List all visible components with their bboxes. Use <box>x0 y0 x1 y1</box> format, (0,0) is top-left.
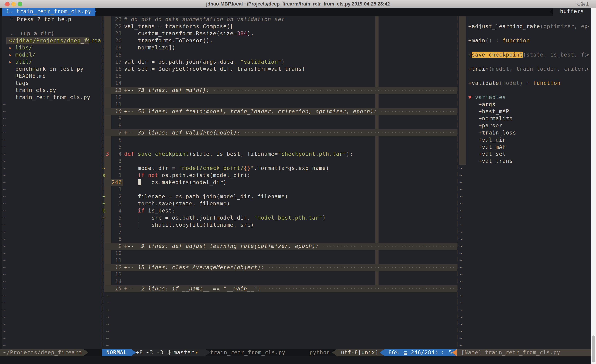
code-line[interactable]: 11 <box>102 257 457 264</box>
scrollbar-thumb[interactable] <box>592 335 595 362</box>
nerdtree-dir-libs[interactable]: ▸libs/ <box>2 44 102 51</box>
line-number[interactable]: 16 <box>104 66 122 73</box>
code-line[interactable]: 15 <box>102 73 457 80</box>
line-number[interactable]: 3 <box>104 200 122 207</box>
code-line[interactable]: 20 transforms.ToTensor(), <box>102 37 457 44</box>
nerdtree-file-train_retr_from_cls[interactable]: train_retr_from_cls.py <box>2 94 102 101</box>
code-line[interactable]: 1a if not os.path.exists(model_dir): <box>102 172 457 179</box>
scrollbar-track[interactable] <box>591 8 596 364</box>
line-number[interactable]: 4 <box>104 207 122 214</box>
code-line[interactable]: 23# do not do data augmentation on valid… <box>102 16 457 23</box>
nerdtree-file-readme[interactable]: README.md <box>2 73 102 80</box>
nerdtree-file-tags[interactable]: tags <box>2 80 102 87</box>
chevron-right-icon[interactable]: ▸ <box>9 51 12 58</box>
tag-scope-variables[interactable]: ▼ variables <box>459 94 589 101</box>
line-number[interactable]: 12 <box>104 94 122 101</box>
nerdtree-file-benchmark_on_test[interactable]: benchmark_on_test.py <box>2 66 102 73</box>
tag-var-train_loss[interactable]: +train_loss <box>459 129 589 136</box>
nerdtree-help[interactable]: " Press ? for help <box>2 16 102 23</box>
line-number[interactable]: 10 <box>104 250 122 257</box>
line-number[interactable]: 11 <box>104 257 122 264</box>
titlebar[interactable]: jdhao-MBP.local ~/Projects/deep_firearm/… <box>0 0 596 8</box>
code-line[interactable]: 7 <box>102 228 457 235</box>
line-number[interactable]: 17 <box>104 58 122 66</box>
code-line[interactable]: 4b if is_best: <box>102 207 457 214</box>
line-number[interactable]: 5 <box>104 214 122 221</box>
nerdtree-root[interactable]: </jdhao/Projects/deep_firear> <box>2 37 102 44</box>
line-number[interactable]: 246 <box>104 179 122 186</box>
line-number[interactable]: 1 <box>104 186 122 193</box>
buffers-label[interactable]: buffers <box>553 8 591 16</box>
code-line[interactable]: 10 <box>102 250 457 257</box>
folded-code-line[interactable]: 12+-- 15 lines: class AverageMeter(objec… <box>104 264 457 271</box>
tag-var-val_trans[interactable]: +val_trans <box>459 158 589 165</box>
tag-main[interactable]: +main() : function <box>459 37 589 44</box>
tag-validate[interactable]: +validate(model) : function <box>459 80 589 87</box>
line-number[interactable]: 3 <box>104 158 122 165</box>
code-line[interactable]: 16val_set = QuerySet(root=val_dir, trans… <box>102 66 457 73</box>
nerdtree-dir-model[interactable]: ▸model/ <box>2 51 102 58</box>
tag-train[interactable]: +train(model, train_loader, criterio> <box>459 66 589 73</box>
tab-train_retr_from_cls[interactable]: 1. train_retr_from_cls.py <box>2 8 96 16</box>
folded-code-line[interactable]: 15+-- 2 lines: if __name__ == "__main__"… <box>104 285 457 292</box>
tag-adjust_learning_rate[interactable]: +adjust_learning_rate(optimizer, epo> <box>459 23 589 30</box>
line-number[interactable]: 8 <box>104 122 122 129</box>
tagbar-window-separator[interactable] <box>457 16 457 349</box>
folded-code-line[interactable]: 13+-- 73 lines: def main(): ············… <box>104 87 457 94</box>
line-number[interactable]: 1 <box>104 172 122 179</box>
code-line[interactable]: 21 custom_transform.Resize(size=384), <box>102 30 457 37</box>
line-number[interactable]: 11 <box>104 101 122 108</box>
line-number[interactable]: 2 <box>104 165 122 172</box>
line-number[interactable]: 21 <box>104 30 122 37</box>
chevron-right-icon[interactable]: ▸ <box>9 44 12 51</box>
code-line[interactable]: 18 <box>102 51 457 58</box>
code-line[interactable]: 5~ src = os.path.join(model_dir, "model_… <box>102 214 457 221</box>
line-number[interactable]: 7 <box>104 228 122 235</box>
folded-code-line[interactable]: 9+-- 9 lines: def adjust_learning_rate(o… <box>104 243 457 250</box>
code-line[interactable]: 2~ model_dir = "model/check_point/{}".fo… <box>102 165 457 172</box>
cursor[interactable] <box>138 179 141 185</box>
line-number[interactable]: 22 <box>104 23 122 30</box>
line-number[interactable]: 6 <box>104 221 122 228</box>
nerdtree-file-train_cls[interactable]: train_cls.py <box>2 87 102 94</box>
code-line[interactable]: 3+ torch.save(state, filename) <box>102 200 457 207</box>
tag-save_checkpoint[interactable]: +save_checkpoint(state, is_best, fil> <box>459 51 589 58</box>
code-line[interactable]: 1 <box>102 186 457 193</box>
code-line[interactable]: 19 normalize]) <box>102 44 457 51</box>
code-line[interactable]: 6 <box>102 136 457 143</box>
code-line[interactable]: 14 <box>102 278 457 285</box>
line-number[interactable]: 2 <box>104 193 122 200</box>
tag-var-args[interactable]: +args <box>459 101 589 108</box>
code-line[interactable]: 8 <box>102 122 457 129</box>
code-line[interactable]: 9 <box>102 115 457 122</box>
nerdtree-dir-util[interactable]: ▸util/ <box>2 58 102 66</box>
tag-var-val_mAP[interactable]: +val_mAP <box>459 143 589 150</box>
line-number[interactable]: 14 <box>104 278 122 285</box>
code-line[interactable]: 12 <box>102 94 457 101</box>
line-number[interactable]: 15 <box>104 73 122 80</box>
line-number[interactable]: 5 <box>104 143 122 150</box>
code-line[interactable]: 17val_dir = os.path.join(args.data, "val… <box>102 58 457 66</box>
code-line[interactable]: 3 <box>102 158 457 165</box>
line-number[interactable]: 19 <box>104 44 122 51</box>
code-line[interactable]: 2+ filename = os.path.join(model_dir, fi… <box>102 193 457 200</box>
code-line[interactable]: 22val_trans = transforms.Compose([ <box>102 23 457 30</box>
line-number[interactable]: 18 <box>104 51 122 58</box>
tag-var-val_set[interactable]: +val_set <box>459 150 589 158</box>
command-line[interactable] <box>0 356 591 364</box>
line-number[interactable]: 23 <box>104 16 122 23</box>
line-number[interactable]: 14 <box>104 80 122 87</box>
nerdtree-up-dir[interactable]: .. (up a dir) <box>2 30 102 37</box>
code-line[interactable]: 13 <box>102 271 457 278</box>
line-number[interactable]: 6 <box>104 136 122 143</box>
folded-code-line[interactable]: 7+-- 35 lines: def validate(model): ····… <box>104 129 457 136</box>
folded-code-line[interactable]: 10+-- 50 lines: def train(model, train_l… <box>104 108 457 115</box>
code-line[interactable]: 11 <box>102 101 457 108</box>
code-line[interactable]: 6 shutil.copyfile(filename, src) <box>102 221 457 228</box>
line-number[interactable]: 9 <box>104 115 122 122</box>
chevron-right-icon[interactable]: ▸ <box>9 58 12 66</box>
tag-var-normalize[interactable]: +normalize <box>459 115 589 122</box>
code-line[interactable]: 4_3def save_checkpoint(state, is_best, f… <box>102 150 457 158</box>
code-line[interactable]: 8 <box>102 235 457 243</box>
tag-var-best_mAP[interactable]: +best_mAP <box>459 108 589 115</box>
